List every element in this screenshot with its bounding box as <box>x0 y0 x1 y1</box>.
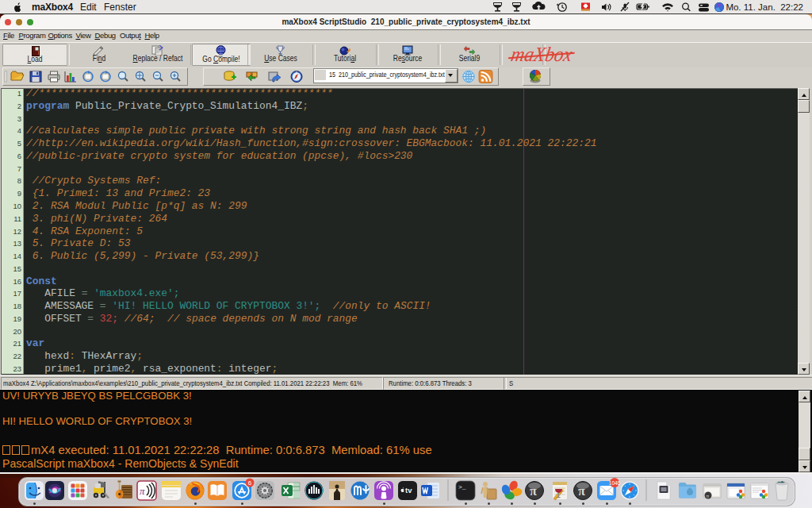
svg-text:π: π <box>530 484 537 498</box>
svg-text:π: π <box>140 485 145 497</box>
svg-text:>_: >_ <box>458 483 466 491</box>
svg-text:6: 6 <box>248 479 252 487</box>
svg-text:π: π <box>578 484 585 498</box>
svg-text:1046: 1046 <box>609 480 621 486</box>
svg-text:tv: tv <box>405 486 412 495</box>
svg-text:π: π <box>707 493 710 499</box>
